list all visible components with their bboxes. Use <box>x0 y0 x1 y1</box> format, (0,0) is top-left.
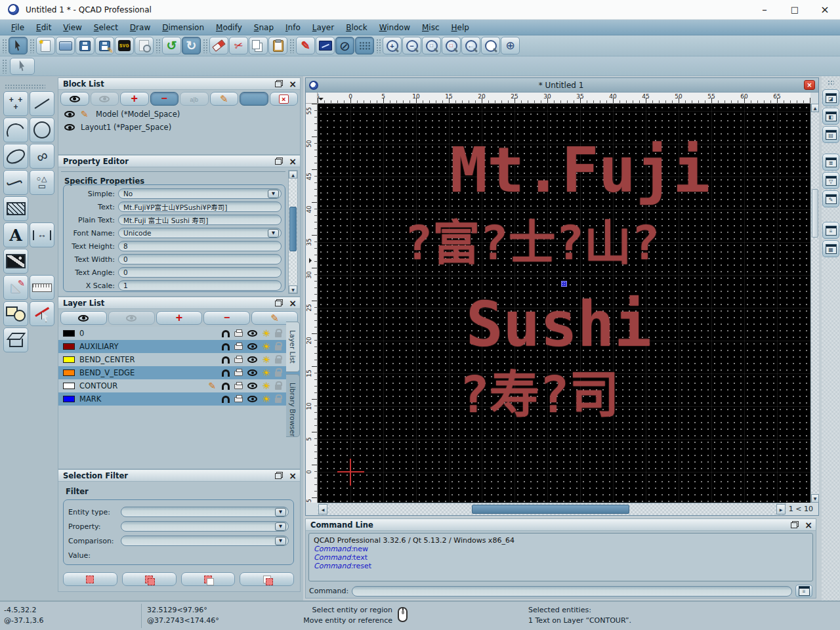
text-reference-point-marker[interactable] <box>561 281 567 287</box>
layer-toolbar-button[interactable] <box>203 311 250 325</box>
layer-print-icon[interactable] <box>234 345 243 350</box>
cad-tool-button[interactable] <box>3 144 28 169</box>
property-field[interactable]: 1 <box>118 280 282 291</box>
cad-tool-button[interactable] <box>3 301 28 326</box>
menu-item[interactable]: View <box>57 23 87 32</box>
document-titlebar[interactable]: * Untitled 1 <box>306 78 818 93</box>
toolbar-button[interactable] <box>75 37 94 54</box>
layer-row[interactable]: CONTOUR <box>58 379 300 392</box>
layer-snap-magnet-icon[interactable] <box>222 383 230 390</box>
dock-tab[interactable]: Layer List <box>286 322 300 372</box>
toolbar-button[interactable] <box>316 37 335 54</box>
layer-snap-magnet-icon[interactable] <box>222 343 230 350</box>
cad-tool-button[interactable] <box>3 196 28 221</box>
property-field[interactable]: 8 <box>118 241 282 251</box>
layer-row[interactable]: MARK <box>58 392 300 406</box>
layer-print-icon[interactable] <box>234 331 243 337</box>
toolbar-button[interactable] <box>481 37 500 54</box>
toolbar-button[interactable] <box>501 37 520 54</box>
layer-thaw-sun-icon[interactable] <box>262 394 270 404</box>
panel-toggle-button[interactable] <box>822 172 839 189</box>
cad-text-entity[interactable]: ?寿?司 <box>459 370 620 420</box>
cad-tool-button[interactable] <box>3 275 28 300</box>
layer-lock-icon[interactable] <box>275 345 282 350</box>
dropdown-arrow-icon[interactable] <box>268 190 279 198</box>
layer-snap-magnet-icon[interactable] <box>222 396 230 403</box>
panel-toggle-button[interactable] <box>822 126 839 143</box>
layer-thaw-sun-icon[interactable] <box>262 381 270 391</box>
toolbar-button[interactable] <box>442 37 461 54</box>
layer-print-icon[interactable] <box>234 358 243 363</box>
layer-lock-icon[interactable] <box>275 358 282 364</box>
layer-snap-magnet-icon[interactable] <box>222 369 230 377</box>
cad-tool-button[interactable] <box>3 327 28 352</box>
close-panel-icon[interactable] <box>805 520 812 530</box>
menu-item[interactable]: Info <box>280 23 306 32</box>
layer-snap-magnet-icon[interactable] <box>222 330 230 337</box>
toolbar-drag-handle[interactable] <box>289 39 294 53</box>
layer-color-swatch[interactable] <box>63 369 75 376</box>
cad-tool-button[interactable] <box>3 117 28 142</box>
layer-thaw-sun-icon[interactable] <box>262 368 270 378</box>
filter-dropdown[interactable] <box>121 536 289 546</box>
layer-row[interactable]: AUXILIARY <box>58 340 300 353</box>
palette-drag-handle[interactable] <box>5 84 45 89</box>
toolbar-button[interactable] <box>95 37 114 54</box>
block-visibility-eye-icon[interactable] <box>64 111 75 117</box>
toolbar-button[interactable] <box>9 37 28 54</box>
layer-thaw-sun-icon[interactable] <box>262 328 270 339</box>
filter-action-button[interactable] <box>240 572 294 586</box>
toolbar-button[interactable] <box>296 37 315 54</box>
filter-action-button[interactable] <box>181 572 236 586</box>
layer-color-swatch[interactable] <box>63 343 75 350</box>
dropdown-arrow-icon[interactable] <box>275 508 286 516</box>
toolbar-button[interactable] <box>268 37 287 54</box>
block-toolbar-button[interactable] <box>210 92 239 106</box>
menu-item[interactable]: Block <box>340 23 373 32</box>
layer-visibility-eye-icon[interactable] <box>247 356 257 363</box>
layer-toolbar-button[interactable] <box>60 311 107 325</box>
menu-item[interactable]: Modify <box>210 23 248 32</box>
layer-row[interactable]: BEND_CENTER <box>58 353 300 366</box>
toolbar-button[interactable] <box>209 37 228 54</box>
toolbar-drag-handle[interactable] <box>30 39 34 53</box>
toolbar-button[interactable] <box>383 37 402 54</box>
layer-snap-magnet-icon[interactable] <box>222 356 230 364</box>
block-toolbar-button[interactable] <box>240 92 268 106</box>
float-panel-icon[interactable] <box>275 158 283 165</box>
float-panel-icon[interactable] <box>275 299 283 306</box>
layer-toolbar-button[interactable] <box>156 311 203 325</box>
float-panel-icon[interactable] <box>275 80 283 87</box>
dock-tab[interactable]: Library Browser <box>286 374 300 437</box>
panel-toggle-button[interactable] <box>822 222 839 239</box>
block-toolbar-button[interactable] <box>150 92 179 106</box>
layer-color-swatch[interactable] <box>63 383 75 389</box>
block-toolbar-button[interactable] <box>91 92 119 106</box>
toolbar-drag-handle[interactable] <box>376 39 381 53</box>
menu-item[interactable]: Layer <box>306 23 340 32</box>
canvas-vertical-scrollbar[interactable] <box>810 104 819 503</box>
layer-row[interactable]: 0 <box>58 327 300 340</box>
toolbar-drag-handle[interactable] <box>828 80 834 85</box>
layer-color-swatch[interactable] <box>63 396 75 402</box>
layer-lock-icon[interactable] <box>275 332 282 337</box>
panel-toggle-button[interactable] <box>822 240 839 257</box>
scroll-left-icon[interactable] <box>318 504 327 514</box>
toolbar-button[interactable] <box>461 37 480 54</box>
scroll-right-icon[interactable] <box>776 504 786 514</box>
toolbar-drag-handle[interactable] <box>203 39 207 53</box>
toolbar-button[interactable] <box>56 37 75 54</box>
filter-dropdown[interactable] <box>121 521 289 532</box>
layer-print-icon[interactable] <box>234 371 243 376</box>
close-panel-icon[interactable] <box>289 156 297 167</box>
layer-thaw-sun-icon[interactable] <box>262 354 270 365</box>
scrollbar-thumb[interactable] <box>289 207 297 251</box>
close-panel-icon[interactable] <box>289 298 297 308</box>
filter-dropdown[interactable] <box>121 507 289 517</box>
menu-item[interactable]: File <box>5 23 30 32</box>
cad-text-entity[interactable]: ?富?士?山? <box>404 219 660 266</box>
toolbar-button[interactable] <box>229 37 248 54</box>
minimize-button[interactable] <box>749 0 780 19</box>
block-list-item[interactable]: Layout1 (*Paper_Space) <box>58 121 300 134</box>
dropdown-arrow-icon[interactable] <box>268 229 279 238</box>
